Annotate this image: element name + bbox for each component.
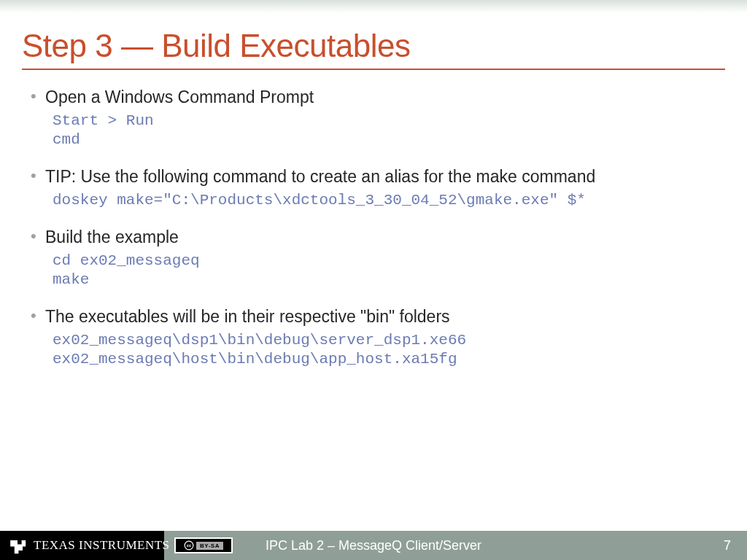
- bullet-item: • The executables will be in their respe…: [31, 306, 711, 369]
- bullet-item: • Open a Windows Command Prompt Start > …: [31, 86, 711, 149]
- slide-title: Step 3 — Build Executables: [22, 28, 725, 70]
- bullet-text: Build the example: [45, 226, 179, 248]
- code-block: Start > Run cmd: [53, 112, 711, 149]
- slide-content: Step 3 — Build Executables • Open a Wind…: [0, 13, 747, 531]
- bullet-dot-icon: •: [31, 306, 45, 326]
- bullet-dot-icon: •: [31, 226, 45, 246]
- ti-chip-icon: [7, 535, 28, 556]
- bullet-dot-icon: •: [31, 86, 45, 106]
- ti-logo-text: TEXAS INSTRUMENTS: [34, 538, 170, 553]
- code-block: cd ex02_messageq make: [53, 252, 711, 289]
- bullet-text: TIP: Use the following command to create…: [45, 166, 595, 187]
- bullet-text: The executables will be in their respect…: [45, 306, 450, 327]
- cc-label: BY-SA: [196, 542, 223, 550]
- code-block: doskey make="C:\Products\xdctools_3_30_0…: [53, 191, 711, 210]
- bullet-text: Open a Windows Command Prompt: [45, 86, 314, 108]
- ti-logo: TEXAS INSTRUMENTS: [0, 531, 164, 560]
- bullet-dot-icon: •: [31, 166, 45, 186]
- slide-body: • Open a Windows Command Prompt Start > …: [22, 86, 725, 369]
- bullet-item: • Build the example cd ex02_messageq mak…: [31, 226, 711, 289]
- page-number: 7: [724, 538, 731, 553]
- code-block: ex02_messageq\dsp1\bin\debug\server_dsp1…: [53, 331, 711, 369]
- top-gradient: [0, 0, 747, 13]
- footer-bar: TEXAS INSTRUMENTS cc BY-SA IPC Lab 2 – M…: [0, 531, 747, 560]
- cc-icon: cc: [184, 540, 194, 551]
- bullet-item: • TIP: Use the following command to crea…: [31, 166, 711, 210]
- cc-license-badge: cc BY-SA: [174, 537, 233, 553]
- svg-text:cc: cc: [187, 543, 192, 548]
